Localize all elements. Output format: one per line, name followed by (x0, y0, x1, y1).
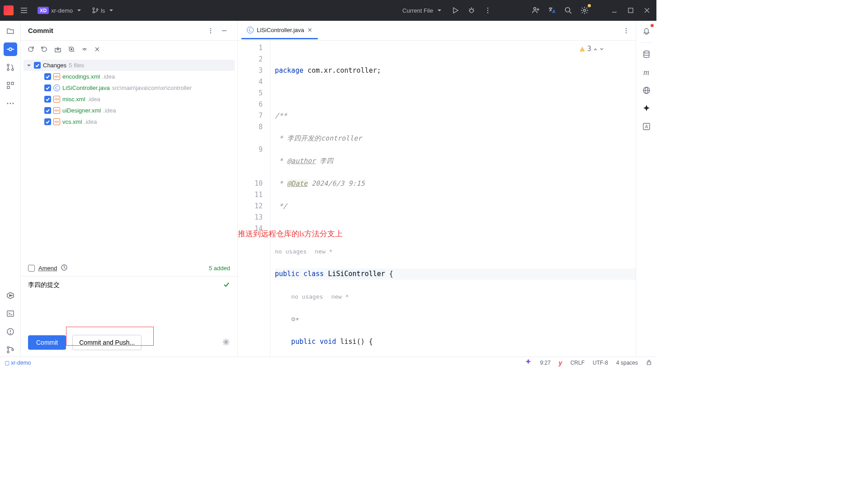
svg-point-57 (225, 341, 227, 343)
status-time[interactable]: 9:27 (540, 360, 550, 366)
file-checkbox[interactable] (44, 107, 51, 114)
close-tab-icon[interactable]: ✕ (307, 27, 312, 33)
editor[interactable]: 12345678 91011121314 3 package com.xr.co… (238, 41, 636, 357)
file-row[interactable]: </>vcs.xml .idea (24, 116, 235, 127)
minimize-window-icon[interactable] (609, 5, 620, 16)
svg-rect-34 (7, 86, 9, 89)
ai-tool-icon[interactable] (640, 102, 653, 115)
editor-options-icon[interactable] (620, 25, 632, 37)
svg-point-3 (93, 8, 94, 9)
readonly-lock-icon[interactable] (646, 359, 652, 366)
problems-tool-icon[interactable] (4, 325, 17, 338)
ai-status-icon[interactable] (525, 359, 532, 367)
file-path: .idea (103, 107, 116, 114)
translate-icon[interactable] (546, 5, 558, 16)
status-indent[interactable]: 4 spaces (616, 360, 638, 366)
file-checkbox[interactable] (44, 73, 51, 80)
svg-point-46 (12, 349, 14, 351)
tab-label: LiSiController.java (257, 27, 304, 33)
file-row[interactable]: </>uiDesigner.xml .idea (24, 105, 235, 116)
file-checkbox[interactable] (44, 84, 51, 91)
svg-point-60 (626, 32, 627, 33)
svg-point-53 (71, 48, 72, 50)
diff-icon[interactable] (68, 46, 75, 54)
file-row[interactable]: </>encodings.xml .idea (24, 71, 235, 82)
project-badge: XD (38, 7, 49, 14)
module-indicator[interactable]: ▢ xr-demo (5, 360, 31, 366)
settings-icon[interactable] (579, 5, 590, 16)
svg-point-13 (487, 8, 489, 9)
git-tool-icon[interactable] (4, 343, 17, 357)
changes-root[interactable]: Changes 5 files (24, 60, 235, 71)
status-line-ending[interactable]: CRLF (571, 360, 585, 366)
svg-point-4 (93, 11, 94, 13)
database-tool-icon[interactable] (640, 47, 653, 61)
services-tool-icon[interactable] (4, 289, 17, 302)
commit-panel: Commit Changes 5 files (21, 21, 238, 357)
project-tool-icon[interactable] (4, 24, 17, 38)
gutter: 12345678 91011121314 (238, 41, 270, 357)
svg-marker-6 (453, 8, 458, 13)
file-path: .idea (88, 96, 100, 103)
app-logo (4, 5, 14, 15)
file-path: src\main\java\com\xr\controller (112, 84, 192, 91)
history-icon[interactable] (61, 264, 68, 272)
close-window-icon[interactable] (641, 5, 653, 16)
run-icon[interactable] (449, 5, 461, 16)
project-selector[interactable]: XD xr-demo (34, 5, 85, 16)
inspection-badge[interactable]: 3 (579, 43, 604, 55)
web-tool-icon[interactable] (640, 84, 653, 97)
notifications-icon[interactable] (640, 24, 653, 38)
structure-tool-icon[interactable] (4, 79, 17, 92)
commit-and-push-button[interactable]: Commit and Push... (72, 335, 142, 350)
svg-point-45 (7, 351, 9, 353)
maximize-window-icon[interactable] (625, 5, 637, 16)
run-config-selector[interactable]: Current File (399, 5, 445, 16)
file-checkbox[interactable] (44, 96, 51, 103)
commit-message-input[interactable]: 李四的提交 (28, 281, 230, 296)
commit-button[interactable]: Commit (28, 335, 66, 350)
amend-checkbox[interactable] (28, 265, 35, 272)
status-y-icon[interactable]: y (559, 359, 562, 366)
file-checkbox[interactable] (44, 118, 51, 125)
changelist-icon[interactable] (81, 46, 88, 54)
svg-point-30 (7, 69, 9, 70)
project-name: xr-demo (51, 7, 73, 14)
file-row[interactable]: </>misc.xml .idea (24, 94, 235, 105)
shelve-icon[interactable] (54, 46, 61, 54)
file-row[interactable]: CLiSiController.java src\main\java\com\x… (24, 82, 235, 94)
search-icon[interactable] (562, 5, 574, 16)
terminal-tool-icon[interactable] (4, 307, 17, 320)
hamburger-menu-icon[interactable] (18, 5, 30, 16)
hide-panel-icon[interactable] (218, 25, 230, 37)
editor-tab[interactable]: C LiSiController.java ✕ (241, 22, 318, 39)
more-icon[interactable] (482, 5, 494, 16)
refresh-icon[interactable] (27, 46, 34, 54)
changes-checkbox[interactable] (34, 62, 41, 69)
code-with-me-icon[interactable] (530, 5, 542, 16)
endpoints-tool-icon[interactable]: A (640, 120, 653, 133)
panel-options-icon[interactable] (205, 25, 217, 37)
svg-line-12 (473, 9, 474, 9)
svg-point-44 (7, 347, 9, 348)
svg-point-35 (7, 103, 8, 104)
file-name: misc.xml (62, 96, 85, 103)
svg-point-47 (210, 28, 211, 29)
group-by-icon[interactable] (94, 46, 100, 54)
more-tools-icon[interactable] (4, 97, 17, 110)
svg-rect-32 (7, 82, 9, 84)
summary-text: 5 added (209, 265, 230, 272)
maven-tool-icon[interactable]: m (640, 66, 653, 79)
debug-icon[interactable] (466, 5, 477, 16)
amend-label: Amend (38, 265, 57, 272)
xml-file-icon: </> (53, 73, 60, 80)
pull-request-tool-icon[interactable] (4, 61, 17, 74)
svg-line-11 (469, 9, 470, 9)
commit-tool-icon[interactable] (4, 42, 17, 56)
svg-point-19 (566, 8, 570, 12)
rollback-icon[interactable] (41, 46, 48, 54)
svg-point-36 (9, 103, 11, 104)
branch-selector[interactable]: ls (89, 5, 117, 16)
gear-icon[interactable] (222, 338, 230, 347)
status-encoding[interactable]: UTF-8 (593, 360, 608, 366)
